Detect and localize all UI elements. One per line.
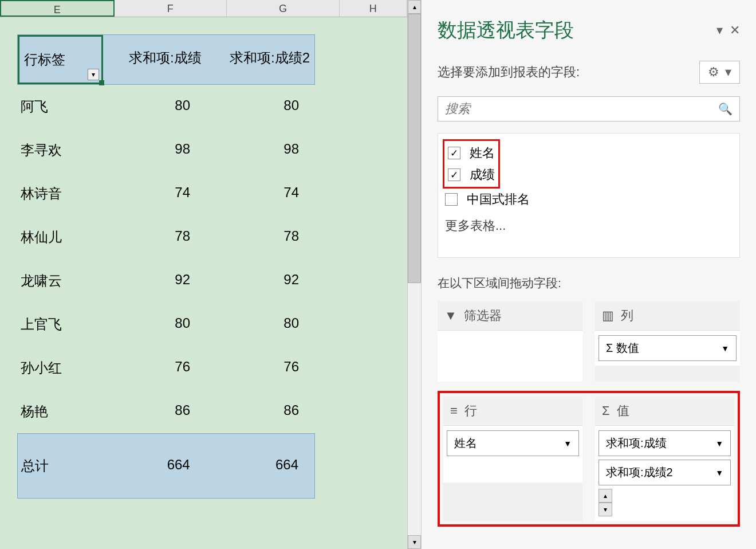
- field-label: 中国式排名: [467, 191, 530, 208]
- total-1: 664: [103, 434, 206, 498]
- chip-label: 求和项:成绩: [606, 436, 667, 451]
- filter-icon: ▼: [444, 308, 457, 323]
- scroll-up-icon[interactable]: ▴: [408, 0, 421, 14]
- field-label: 成绩: [470, 166, 495, 183]
- search-input[interactable]: [445, 101, 718, 116]
- column-chip[interactable]: Σ 数值 ▼: [598, 335, 737, 361]
- columns-icon: ▥: [602, 308, 614, 323]
- chip-label: 求和项:成绩2: [606, 465, 673, 480]
- row-label-cell[interactable]: 行标签 ▾: [18, 35, 103, 84]
- row-v1: 80: [103, 303, 206, 346]
- pivot-header-row: 行标签 ▾ 求和项:成绩 求和项:成绩2: [17, 34, 315, 85]
- field-rank[interactable]: 中国式排名: [443, 189, 735, 210]
- row-label-text: 行标签: [24, 52, 65, 67]
- row-name: 李寻欢: [17, 128, 103, 172]
- more-tables-link[interactable]: 更多表格...: [443, 217, 735, 234]
- pivot-data-row[interactable]: 杨艳8686: [17, 390, 315, 433]
- row-name: 林仙儿: [17, 215, 103, 259]
- chevron-down-icon: ▼: [715, 468, 723, 477]
- row-v2: 80: [206, 85, 315, 128]
- sigma-icon: Σ: [602, 403, 610, 418]
- sum-col-1[interactable]: 求和项:成绩: [103, 35, 206, 84]
- row-v2: 98: [206, 128, 315, 172]
- filter-area[interactable]: ▼筛选器: [438, 301, 582, 382]
- areas-title: 在以下区域间拖动字段:: [438, 275, 740, 291]
- row-name: 龙啸云: [17, 259, 103, 303]
- total-2: 664: [206, 434, 314, 498]
- rows-icon: ≡: [450, 403, 458, 418]
- vertical-scrollbar[interactable]: ▴ ▾: [407, 0, 421, 549]
- pivot-total-row[interactable]: 总计 664 664: [17, 433, 315, 499]
- checkbox-checked-icon[interactable]: ✓: [448, 147, 460, 159]
- chevron-down-icon: ▼: [715, 439, 723, 448]
- row-name: 上官飞: [17, 303, 103, 346]
- value-chip[interactable]: 求和项:成绩2 ▼: [598, 460, 731, 485]
- spin-up-icon[interactable]: ▴: [598, 489, 612, 503]
- pivot-data-row[interactable]: 龙啸云9292: [17, 259, 315, 303]
- col-header-H[interactable]: H: [340, 0, 407, 17]
- total-label: 总计: [18, 434, 103, 498]
- spin-down-icon[interactable]: ▾: [598, 503, 612, 516]
- dropdown-icon[interactable]: ▾: [88, 69, 99, 80]
- row-v1: 80: [103, 85, 206, 128]
- row-name: 林诗音: [17, 172, 103, 215]
- col-header-G[interactable]: G: [227, 0, 340, 17]
- pane-subtitle: 选择要添加到报表的字段:: [438, 64, 580, 81]
- pivot-data-row[interactable]: 孙小红7676: [17, 346, 315, 390]
- chip-label: 姓名: [454, 436, 477, 451]
- col-header-F[interactable]: F: [115, 0, 227, 17]
- scroll-thumb[interactable]: [408, 14, 421, 283]
- values-area[interactable]: Σ值 求和项:成绩 ▼ 求和项:成绩2 ▼: [595, 397, 734, 521]
- field-score[interactable]: ✓ 成绩: [446, 164, 497, 186]
- row-chip[interactable]: 姓名 ▼: [447, 430, 579, 456]
- column-area[interactable]: ▥列 Σ 数值 ▼: [595, 301, 740, 382]
- chevron-down-icon: ▾: [725, 65, 731, 80]
- search-icon[interactable]: 🔍: [718, 102, 733, 116]
- gear-icon: ⚙: [708, 65, 719, 80]
- settings-button[interactable]: ⚙ ▾: [699, 61, 740, 84]
- row-v2: 74: [206, 172, 315, 215]
- row-v2: 78: [206, 215, 315, 259]
- search-box[interactable]: 🔍: [438, 96, 740, 121]
- pivot-data-row[interactable]: 林诗音7474: [17, 172, 315, 215]
- row-v1: 78: [103, 215, 206, 259]
- checkbox-checked-icon[interactable]: ✓: [448, 168, 460, 181]
- row-area[interactable]: ≡行 姓名 ▼: [443, 397, 582, 521]
- sum-col-2[interactable]: 求和项:成绩2: [206, 35, 314, 84]
- row-v2: 80: [206, 303, 315, 346]
- value-chip[interactable]: 求和项:成绩 ▼: [598, 430, 731, 456]
- row-v1: 98: [103, 128, 206, 172]
- row-v1: 86: [103, 390, 206, 433]
- pivot-data-row[interactable]: 李寻欢9898: [17, 128, 315, 172]
- row-v2: 92: [206, 259, 315, 303]
- column-headers: E F G H: [0, 0, 407, 17]
- pivot-sheet: E F G H 行标签 ▾ 求和项:成绩 求和项:成绩2 阿飞8080李寻欢98…: [0, 0, 407, 549]
- filter-label: 筛选器: [464, 307, 502, 324]
- row-name: 孙小红: [17, 346, 103, 390]
- row-v1: 92: [103, 259, 206, 303]
- row-v1: 74: [103, 172, 206, 215]
- pane-title: 数据透视表字段: [438, 17, 574, 44]
- scroll-down-icon[interactable]: ▾: [408, 535, 421, 549]
- checkbox-unchecked-icon[interactable]: [445, 193, 458, 206]
- pivot-field-pane: 数据透视表字段 ▾ ✕ 选择要添加到报表的字段: ⚙ ▾ 🔍 ✓ 姓名: [421, 0, 756, 549]
- col-header-E[interactable]: E: [0, 0, 115, 17]
- row-v2: 86: [206, 390, 315, 433]
- chevron-down-icon: ▼: [721, 344, 729, 353]
- field-label: 姓名: [470, 144, 495, 162]
- collapse-icon[interactable]: ▾: [716, 23, 723, 38]
- pivot-data-row[interactable]: 林仙儿7878: [17, 215, 315, 259]
- chevron-down-icon: ▼: [564, 439, 572, 448]
- row-name: 杨艳: [17, 390, 103, 433]
- values-area-label: 值: [617, 402, 629, 419]
- close-icon[interactable]: ✕: [730, 23, 740, 38]
- pivot-data-row[interactable]: 阿飞8080: [17, 85, 315, 128]
- row-name: 阿飞: [17, 85, 103, 128]
- field-name[interactable]: ✓ 姓名: [446, 142, 497, 164]
- field-list: ✓ 姓名 ✓ 成绩 中国式排名 更多表格...: [438, 133, 740, 258]
- pivot-data-row[interactable]: 上官飞8080: [17, 303, 315, 346]
- chip-label: Σ 数值: [606, 340, 639, 356]
- row-v1: 76: [103, 346, 206, 390]
- col-label: 列: [621, 307, 633, 324]
- selection-handle[interactable]: [99, 80, 104, 85]
